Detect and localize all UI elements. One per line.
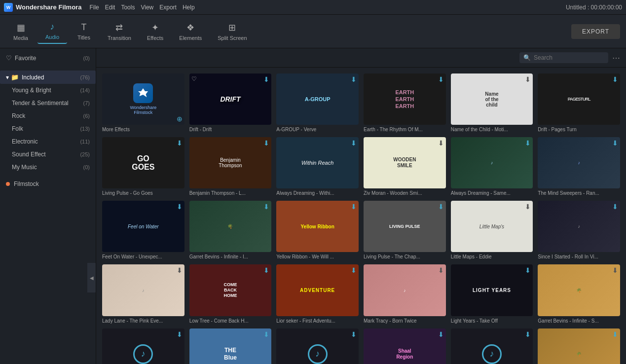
grid-item-name-child[interactable]: Nameof thechild ⬇ Name of the Child - Mo… xyxy=(451,73,533,132)
grid-item-always-same[interactable]: ♪ ⬇ Always Dreaming - Same... xyxy=(451,137,533,196)
effects-label: Effects xyxy=(147,35,163,41)
grid-item-garret-bevins-2[interactable]: 🌴 ⬇ Garret Bevins - Infinite - S... xyxy=(538,264,620,323)
download-icon: ⬇ xyxy=(525,203,531,211)
grid-item-wooden-smile[interactable]: WOODENSMILE ⬇ Ziv Moran - Wooden Smi... xyxy=(364,137,446,196)
included-label: Included xyxy=(22,74,80,81)
grid-item-shaal-region[interactable]: ShaalRegion ⬇ Low Tree - Shaal Region xyxy=(364,328,446,364)
download-icon: ⬇ xyxy=(263,330,269,338)
grid-item-transition-swoosh[interactable]: ♪ ⬇ Transition Swoosh xyxy=(276,328,359,364)
tool-elements[interactable]: ❖ Elements xyxy=(172,19,209,44)
grid-item-benjamin[interactable]: BenjaminThompson ⬇ Benjamin Thompson - L… xyxy=(189,137,272,196)
sidebar-item-sound-effect[interactable]: Sound Effect (25) xyxy=(4,148,96,161)
menu-help[interactable]: Help xyxy=(183,4,195,11)
tool-effects[interactable]: ✦ Effects xyxy=(140,19,170,44)
grid-item-within-reach[interactable]: Within Reach ⬇ Always Dreaming - Withi..… xyxy=(276,137,359,196)
search-box[interactable]: 🔍 xyxy=(519,52,608,63)
sidebar-categories: Young & Bright (14) Tender & Sentimental… xyxy=(0,84,96,174)
grid-item-little-maps-eddie[interactable]: Little Map's ⬇ Little Maps - Eddie xyxy=(451,201,533,259)
audio-icon: ♪ xyxy=(50,22,55,32)
download-icon: ⬇ xyxy=(177,330,183,338)
search-input[interactable] xyxy=(534,54,604,61)
add-icon-more-effects: ⊕ xyxy=(177,115,183,123)
app-logo-icon: W xyxy=(4,3,13,12)
sidebar-item-folk[interactable]: Folk (13) xyxy=(4,122,96,135)
caption-name-child: Name of the Child - Moti... xyxy=(451,127,533,132)
menu-tools[interactable]: Tools xyxy=(121,4,135,11)
sidebar-item-my-music[interactable]: My Music (0) xyxy=(4,161,96,174)
tool-transition[interactable]: ⇄ Transition xyxy=(101,19,138,44)
sidebar-item-electronic[interactable]: Electronic (11) xyxy=(4,135,96,148)
download-icon: ⬇ xyxy=(438,203,444,211)
sidebar-toggle-area: ◀ xyxy=(0,191,96,364)
grid-item-drift-drift[interactable]: DRIFT ⬇ ♡ Drift - Drift xyxy=(189,73,272,132)
grid-item-garret-bevins-1[interactable]: 🌴 ⬇ Garret Bevins - Infinite - I... xyxy=(189,201,272,259)
caption-yellow-ribbon: Yellow Ribbon - We Will ... xyxy=(276,254,359,259)
grid-item-a-group-verve[interactable]: A-GROUP ⬇ A-GROUP - Verve xyxy=(276,73,359,132)
tool-media[interactable]: ▦ Media xyxy=(6,19,36,44)
my-music-label: My Music xyxy=(12,164,83,171)
sidebar-item-young-bright[interactable]: Young & Bright (14) xyxy=(4,84,96,97)
sound-effect-count: (25) xyxy=(80,151,90,157)
grid-item-living-pulse-goes[interactable]: GOGOES ⬇ Living Pulse - Go Goes xyxy=(102,137,184,196)
menu-edit[interactable]: Edit xyxy=(105,4,115,11)
caption-living-pulse-chap: Living Pulse - The Chap... xyxy=(364,254,446,259)
download-icon: ⬇ xyxy=(525,266,531,274)
heart-icon: ♡ xyxy=(6,54,12,62)
filmstock-dot xyxy=(6,182,10,186)
tool-audio[interactable]: ♪ Audio xyxy=(37,19,67,44)
sound-effect-label: Sound Effect xyxy=(12,151,80,158)
menu-file[interactable]: File xyxy=(89,4,99,11)
menu-export[interactable]: Export xyxy=(159,4,177,11)
download-icon: ⬇ xyxy=(263,203,269,211)
grid-item-little-maps-out[interactable]: THEBlue ⬇ Little Maps - Out The Blue xyxy=(189,328,272,364)
grid-item-sand[interactable]: 🌴 ⬇ Sand - Takes Me To the L... xyxy=(538,328,620,364)
elements-label: Elements xyxy=(179,35,202,41)
caption-lior-seker: Lior seker - First Adventu... xyxy=(276,318,359,324)
tool-splitscreen[interactable]: ⊞ Split Screen xyxy=(211,19,254,44)
download-icon: ⬇ xyxy=(263,75,269,83)
content-header: 🔍 ⋯ xyxy=(96,48,626,68)
young-bright-label: Young & Bright xyxy=(12,87,80,94)
download-icon: ⬇ xyxy=(525,139,531,147)
grid-item-more-effects[interactable]: WondershareFilmstock ⊕ More Effects xyxy=(102,73,184,132)
sidebar-item-favorite[interactable]: ♡ Favorite (0) xyxy=(0,51,96,65)
sidebar-item-included[interactable]: ▾ 📁 Included (76) xyxy=(0,71,96,84)
grid-item-low-tree-come[interactable]: COMEBACKHOME ⬇ Low Tree - Come Back H... xyxy=(189,264,272,323)
grid-item-since-started[interactable]: ♪ ⬇ Since I Started - Roll In Vi... xyxy=(538,201,620,259)
download-icon: ⬇ xyxy=(438,139,444,147)
sidebar-item-rock[interactable]: Rock (6) xyxy=(4,109,96,122)
effects-icon: ✦ xyxy=(151,22,159,33)
caption-earth: Earth - The Rhythm Of M... xyxy=(364,127,446,132)
included-count: (76) xyxy=(80,74,90,80)
grid-item-mind-sweepers[interactable]: ♪ ⬇ The Mind Sweepers - Ran... xyxy=(538,137,620,196)
sidebar-item-filmstock[interactable]: Filmstock xyxy=(0,177,96,191)
caption-mark-tracy: Mark Tracy - Born Twice xyxy=(364,318,446,324)
download-icon: ⬇ xyxy=(177,203,183,211)
project-title: Untitled : 00:00:00:00 xyxy=(566,4,622,11)
sidebar-toggle-button[interactable]: ◀ xyxy=(87,263,96,292)
sidebar-item-tender[interactable]: Tender & Sentimental (7) xyxy=(4,97,96,109)
grid-item-earth[interactable]: EARTHEARTHEARTH ⬇ Earth - The Rhythm Of … xyxy=(364,73,446,132)
download-icon: ⬇ xyxy=(438,266,444,274)
grid-item-mark-tracy[interactable]: ♪ ⬇ Mark Tracy - Born Twice xyxy=(364,264,446,323)
export-button[interactable]: EXPORT xyxy=(571,24,620,39)
grid-item-yellow-ribbon[interactable]: Yellow Ribbon ⬇ Yellow Ribbon - We Will … xyxy=(276,201,359,259)
menu-view[interactable]: View xyxy=(141,4,153,11)
grid-item-lady-lane[interactable]: ♪ ⬇ Lady Lane - The Pink Eve... xyxy=(102,264,184,323)
grid-item-living-pulse-chap[interactable]: LIVING PULSE ⬇ Living Pulse - The Chap..… xyxy=(364,201,446,259)
grid-item-atomic-bomb[interactable]: ♪ ⬇ Atomic Bomb xyxy=(102,328,184,364)
grid-view-icon[interactable]: ⋯ xyxy=(612,53,620,63)
caption-little-maps-eddie: Little Maps - Eddie xyxy=(451,254,533,259)
my-music-count: (0) xyxy=(83,164,90,170)
audio-label: Audio xyxy=(45,34,59,40)
favorite-count: (0) xyxy=(83,55,90,61)
grid-item-light-years[interactable]: LIGHT YEARS ⬇ Light Years - Take Off xyxy=(451,264,533,323)
tool-titles[interactable]: T Titles xyxy=(69,19,99,43)
grid-item-feet-water[interactable]: Feel on Water ⬇ Feet On Water - Unexpec.… xyxy=(102,201,184,259)
download-icon: ⬇ xyxy=(438,330,444,338)
grid-item-lior-seker[interactable]: ADVENTURE ⬇ Lior seker - First Adventu..… xyxy=(276,264,359,323)
rock-count: (6) xyxy=(83,113,90,119)
grid-item-cinematic-horn[interactable]: ♪ ⬇ Cinematic Horn xyxy=(451,328,533,364)
grid-item-drift-pages[interactable]: PAGESTURL ⬇ Drift - Pages Turn xyxy=(538,73,620,132)
app-logo: W Wondershare Filmora xyxy=(4,3,81,12)
